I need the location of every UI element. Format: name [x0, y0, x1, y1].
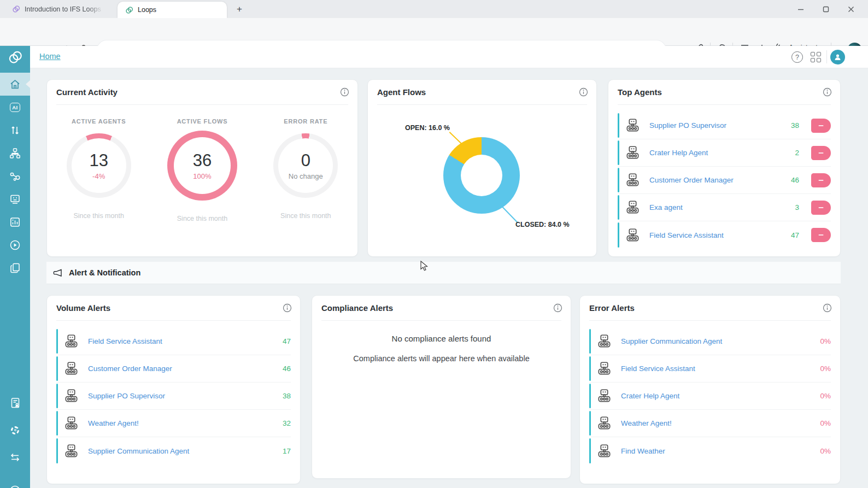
- new-tab-button[interactable]: +: [232, 2, 247, 16]
- sidebar-item-hierarchy[interactable]: [0, 142, 30, 164]
- agent-link[interactable]: Field Service Assistant: [621, 364, 820, 373]
- error-rate: 0%: [820, 447, 831, 455]
- sidebar-item-analytics[interactable]: [0, 210, 30, 233]
- agent-link[interactable]: Field Service Assistant: [88, 337, 283, 345]
- robot-icon: [64, 444, 79, 458]
- robot-icon: [597, 389, 612, 403]
- agent-link[interactable]: Customer Order Manager: [649, 176, 791, 184]
- agent-link[interactable]: Find Weather: [621, 447, 820, 455]
- robot-icon: [597, 334, 612, 348]
- remove-badge[interactable]: [811, 119, 831, 133]
- sidebar-item-help[interactable]: [0, 479, 30, 488]
- gauge-active-agents: ACTIVE AGENTS 13 -4% Since this month: [47, 111, 150, 256]
- help-button[interactable]: ?: [791, 51, 803, 63]
- info-icon[interactable]: [579, 87, 588, 99]
- sidebar-item-audit[interactable]: [0, 391, 30, 414]
- user-avatar[interactable]: [830, 50, 845, 64]
- sidebar-item-ai[interactable]: AI: [0, 96, 30, 119]
- app-header: Home ?: [30, 46, 868, 68]
- top-agents-list: Supplier PO Supervisor 38 Crater Help Ag…: [618, 112, 831, 249]
- circle-icon: [9, 485, 21, 488]
- sidebar-item-tuning[interactable]: [0, 119, 30, 142]
- sidebar-item-integrations[interactable]: [0, 446, 30, 469]
- loops-favicon: [125, 6, 133, 14]
- info-icon[interactable]: [283, 303, 292, 315]
- robot-icon: [64, 416, 79, 430]
- agent-link[interactable]: Customer Order Manager: [88, 364, 283, 373]
- sidebar-item-settings[interactable]: [0, 419, 30, 442]
- sidebar-item-templates[interactable]: [0, 256, 30, 279]
- breadcrumb-home-link[interactable]: Home: [39, 52, 61, 61]
- agent-link[interactable]: Supplier PO Supervisor: [88, 392, 283, 400]
- remove-badge[interactable]: [811, 146, 831, 160]
- apps-grid-button[interactable]: [811, 52, 821, 62]
- mouse-cursor: [420, 261, 430, 274]
- header-divider: [826, 50, 827, 63]
- remove-badge[interactable]: [811, 201, 831, 215]
- table-row: Field Service Assistant 47: [56, 328, 291, 355]
- card-title: Volume Alerts: [56, 303, 110, 313]
- table-row: Crater Help Agent 2: [618, 139, 831, 167]
- card-title: Error Alerts: [589, 303, 635, 313]
- browser-tab-inactive[interactable]: Introduction to IFS Loops | Th: [4, 0, 111, 18]
- gauge-footnote: Since this month: [280, 212, 331, 220]
- divider: [321, 320, 561, 321]
- gauge-label: ERROR RATE: [284, 118, 327, 125]
- agent-link[interactable]: Crater Help Agent: [621, 392, 820, 400]
- loops-favicon: [12, 5, 20, 13]
- play-circle-icon: [9, 239, 21, 251]
- gauge-ring: 0 No change: [273, 133, 338, 198]
- table-row: Customer Order Manager 46: [618, 167, 831, 194]
- browser-toolbar: sandbox.concept.theloops.ai ☆ Assistant: [0, 18, 868, 46]
- agent-link[interactable]: Exa agent: [649, 203, 795, 211]
- remove-badge[interactable]: [811, 228, 831, 242]
- table-row: Supplier Communication Agent 0%: [589, 328, 831, 355]
- window-close-button[interactable]: [838, 0, 864, 18]
- table-row: Supplier PO Supervisor 38: [56, 383, 291, 410]
- agent-link[interactable]: Supplier PO Supervisor: [649, 121, 791, 130]
- robot-icon: [625, 201, 640, 214]
- gauge-error-rate: ERROR RATE 0 No change Since this month: [254, 111, 357, 256]
- info-icon[interactable]: [340, 87, 349, 99]
- person-icon: [834, 53, 842, 61]
- info-icon[interactable]: [823, 303, 832, 315]
- top-agents-card: Top Agents Supplier PO Supervisor 38 Cra…: [608, 79, 841, 257]
- loops-logo: [0, 46, 30, 68]
- gauge-ring: 13 -4%: [67, 133, 131, 198]
- tab-title: Loops: [138, 6, 156, 14]
- sidebar-item-agents[interactable]: [0, 187, 30, 210]
- card-title: Agent Flows: [377, 87, 426, 97]
- info-icon[interactable]: [553, 303, 562, 315]
- agent-link[interactable]: Field Service Assistant: [649, 231, 791, 239]
- remove-badge[interactable]: [811, 173, 831, 187]
- agent-link[interactable]: Weather Agent!: [621, 419, 820, 427]
- browser-tab-active[interactable]: Loops: [118, 2, 227, 18]
- error-alerts-card: Error Alerts Supplier Communication Agen…: [579, 295, 841, 484]
- agent-flows-card: Agent Flows OPEN: 16.0 % CLOSED: 84.0 %: [367, 79, 597, 257]
- robot-icon: [625, 228, 640, 242]
- current-activity-card: Current Activity ACTIVE AGENTS 13 -4% Si…: [46, 79, 358, 257]
- window-minimize-button[interactable]: [788, 0, 813, 18]
- agent-link[interactable]: Weather Agent!: [88, 419, 283, 427]
- agent-link[interactable]: Supplier Communication Agent: [621, 337, 820, 345]
- agent-link[interactable]: Supplier Communication Agent: [88, 447, 283, 455]
- compliance-alerts-card: Compliance Alerts No compliance alerts f…: [312, 295, 571, 479]
- error-alerts-list: Supplier Communication Agent 0% Field Se…: [589, 328, 831, 465]
- gauge-delta: 100%: [193, 172, 212, 180]
- document-user-icon: [10, 397, 21, 409]
- info-icon[interactable]: [823, 87, 832, 99]
- sliders-icon: [10, 125, 20, 136]
- table-row: Field Service Assistant 0%: [589, 355, 831, 383]
- agent-flows-donut[interactable]: [443, 137, 520, 214]
- agent-count: 2: [795, 149, 799, 157]
- window-maximize-button[interactable]: [813, 0, 838, 18]
- sidebar-item-flows[interactable]: [0, 164, 30, 187]
- sidebar-item-home[interactable]: [0, 73, 30, 96]
- sidebar-item-runs[interactable]: [0, 233, 30, 256]
- agent-count: 3: [795, 203, 799, 211]
- agent-count: 47: [791, 231, 799, 239]
- agent-link[interactable]: Crater Help Agent: [649, 149, 795, 157]
- table-row: Exa agent 3: [618, 194, 831, 221]
- table-row: Weather Agent! 0%: [589, 410, 831, 437]
- gauge-footnote: Since this month: [73, 212, 124, 220]
